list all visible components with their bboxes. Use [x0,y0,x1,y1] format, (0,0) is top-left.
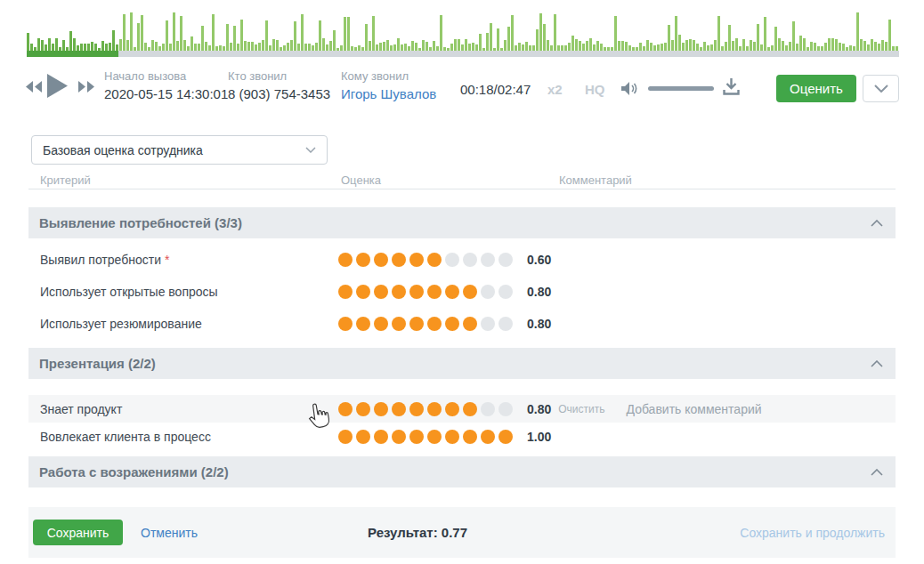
waveform-bar [119,39,122,51]
waveform-bar [94,44,97,51]
waveform-bar [856,12,859,51]
rating-dot[interactable] [498,253,513,267]
section-header[interactable]: Презентация (2/2) [28,348,896,379]
clear-score-link[interactable]: Очистить [558,403,604,415]
rating-dots[interactable] [338,430,520,444]
rating-dot[interactable] [445,317,459,331]
rating-dot[interactable] [338,402,353,416]
rating-dot[interactable] [392,253,406,267]
rating-dot[interactable] [374,430,388,444]
rating-dot[interactable] [481,285,495,299]
waveform-bar [55,38,58,51]
rating-dots[interactable] [338,402,520,416]
rating-dot[interactable] [409,317,424,331]
rating-dot[interactable] [481,253,495,267]
rating-dot[interactable] [374,285,388,299]
add-comment-link[interactable]: Добавить комментарий [627,402,762,416]
rating-dot[interactable] [409,285,424,299]
speed-toggle[interactable]: x2 [547,82,563,97]
rating-dot[interactable] [338,285,353,299]
waveform-bar [703,42,706,51]
waveform-bar [393,44,396,51]
waveform-bar [525,42,528,51]
section-header[interactable]: Выявление потребностей (3/3) [28,207,896,238]
waveform-bar [308,44,311,51]
rating-dot[interactable] [445,285,459,299]
rating-dot[interactable] [427,285,442,299]
section-header[interactable]: Работа с возражениями (2/2) [28,456,896,487]
save-and-continue-link[interactable]: Сохранить и продолжить [740,526,885,540]
waveform-bar [365,24,368,51]
rating-dot[interactable] [338,253,353,267]
rating-dot[interactable] [392,402,406,416]
criterion-row: Знает продукт0.80ОчиститьДобавить коммен… [28,395,896,423]
waveform-bar [621,41,624,51]
rating-dot[interactable] [498,285,513,299]
rating-dot[interactable] [409,402,424,416]
rating-dot[interactable] [498,317,513,331]
rating-dot[interactable] [427,317,442,331]
waveform-bar [166,20,168,51]
rating-dot[interactable] [409,430,424,444]
rating-dot[interactable] [445,430,459,444]
waveform-bar [888,20,891,51]
rating-dot[interactable] [498,402,513,416]
rating-dot[interactable] [463,317,477,331]
rating-dot[interactable] [356,402,370,416]
rating-dots[interactable] [338,253,520,267]
save-button[interactable]: Сохранить [33,520,123,545]
callee-name-link[interactable]: Игорь Шувалов [341,86,436,101]
rating-dot[interactable] [463,285,477,299]
rating-dot[interactable] [374,317,388,331]
waveform-bar [247,42,250,51]
quality-toggle[interactable]: HQ [585,82,605,97]
rating-dot[interactable] [498,430,513,444]
waveform-bar [290,40,293,51]
rating-dots[interactable] [338,317,520,331]
criterion-score: 0.60 [527,253,551,267]
forward-button[interactable] [78,81,94,93]
rating-dot[interactable] [409,253,424,267]
rating-dot[interactable] [463,430,477,444]
rating-dot[interactable] [338,430,353,444]
rating-dot[interactable] [463,253,477,267]
rating-dot[interactable] [374,402,388,416]
waveform-bar [518,43,521,51]
rating-dot[interactable] [481,430,495,444]
audio-waveform-seekbar[interactable] [27,9,899,57]
criteria-section: Выявление потребностей (3/3)Выявил потре… [28,207,896,342]
waveform-bar [240,20,243,51]
rating-dot[interactable] [392,285,406,299]
rating-dot[interactable] [356,253,370,267]
more-actions-button[interactable] [863,75,899,102]
rating-dot[interactable] [356,317,370,331]
rating-dot[interactable] [427,402,442,416]
evaluation-template-select[interactable]: Базовая оценка сотрудника [31,135,328,165]
rating-dot[interactable] [392,430,406,444]
rewind-button[interactable] [26,81,42,93]
rating-dot[interactable] [374,253,388,267]
rating-dot[interactable] [427,253,442,267]
rating-dot[interactable] [356,285,370,299]
volume-button[interactable] [621,81,640,96]
forward-icon [78,81,94,93]
rating-dot[interactable] [392,317,406,331]
rating-dot[interactable] [356,430,370,444]
evaluate-button[interactable]: Оценить [776,75,856,102]
waveform-bar [454,39,457,51]
rating-dot[interactable] [445,253,459,267]
rating-dots[interactable] [338,285,520,299]
volume-slider[interactable] [648,86,714,91]
waveform-bar [230,43,232,51]
play-button[interactable] [47,74,68,98]
cancel-link[interactable]: Отменить [141,526,198,540]
rating-dot[interactable] [445,402,459,416]
waveform-bar [37,38,40,51]
rating-dot[interactable] [481,402,495,416]
rating-dot[interactable] [463,402,477,416]
rating-dot[interactable] [427,430,442,444]
rating-dot[interactable] [481,317,495,331]
waveform-bar [180,16,182,51]
download-button[interactable] [723,77,740,95]
rating-dot[interactable] [338,317,353,331]
